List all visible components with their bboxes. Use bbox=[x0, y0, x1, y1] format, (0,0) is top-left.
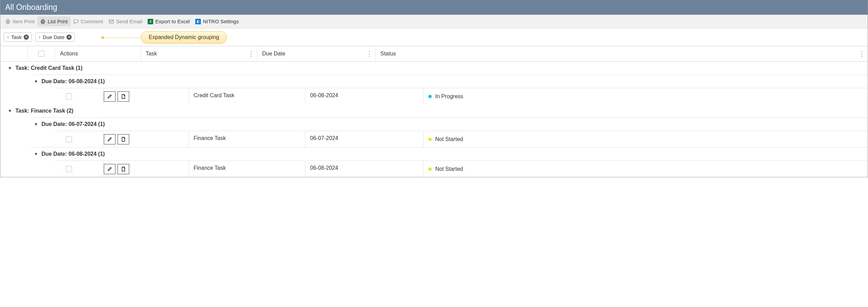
column-header-status[interactable]: Status ⋮ bbox=[376, 46, 868, 61]
comment-icon bbox=[73, 19, 79, 24]
chip-label: Task bbox=[11, 34, 22, 40]
column-header-actions[interactable]: Actions bbox=[55, 46, 141, 61]
task-cell: Finance Task bbox=[189, 131, 305, 147]
select-all-column bbox=[28, 46, 55, 61]
group-label: Task: Credit Card Task (1) bbox=[15, 65, 83, 71]
group-row-level2[interactable]: ▼Due Date: 06-08-2024 (1) bbox=[31, 148, 868, 161]
print-icon bbox=[40, 19, 46, 24]
column-label: Actions bbox=[60, 51, 78, 57]
task-cell: Credit Card Task bbox=[189, 88, 305, 104]
svg-rect-1 bbox=[7, 20, 9, 21]
page-title-bar: All Onboarding bbox=[0, 0, 868, 15]
chip-label: Due Date bbox=[43, 34, 64, 40]
status-text: Not Started bbox=[435, 136, 463, 142]
nitro-settings-label: NITRO Settings bbox=[203, 18, 239, 24]
edit-button[interactable] bbox=[104, 164, 115, 174]
spacer bbox=[83, 131, 103, 147]
send-email-button[interactable]: Send Email bbox=[106, 16, 145, 26]
column-header-due-date[interactable]: Due Date ⋮ bbox=[257, 46, 376, 61]
drag-column bbox=[0, 46, 28, 61]
document-icon bbox=[121, 166, 126, 172]
table-row: Finance Task06-08-2024Not Started bbox=[55, 161, 868, 177]
group-row-level1[interactable]: ▼Task: Credit Card Task (1) bbox=[0, 62, 868, 75]
due-date-cell: 06-08-2024 bbox=[305, 161, 424, 177]
row-select-cell bbox=[55, 88, 83, 104]
callout-text: Expanded Dynamic grouping bbox=[149, 34, 219, 40]
caret-down-icon: ▼ bbox=[34, 152, 38, 156]
chip-remove-icon[interactable]: ✕ bbox=[24, 35, 29, 40]
list-print-button[interactable]: List Print bbox=[37, 16, 70, 26]
view-button[interactable] bbox=[118, 134, 129, 144]
status-cell: Not Started bbox=[424, 131, 868, 147]
annotation-callout: Expanded Dynamic grouping bbox=[141, 31, 227, 43]
svg-rect-5 bbox=[42, 22, 44, 24]
caret-down-icon: ▼ bbox=[8, 108, 12, 113]
nitro-icon: ◧ bbox=[195, 19, 201, 24]
status-cell: In Progress bbox=[424, 88, 868, 104]
document-icon bbox=[121, 137, 126, 142]
column-menu-icon[interactable]: ⋮ bbox=[248, 50, 254, 57]
status-dot-icon bbox=[428, 167, 432, 171]
column-label: Due Date bbox=[262, 51, 285, 57]
row-checkbox[interactable] bbox=[66, 166, 72, 172]
column-menu-icon[interactable]: ⋮ bbox=[859, 50, 865, 57]
nitro-settings-button[interactable]: ◧ NITRO Settings bbox=[193, 16, 242, 26]
actions-cell bbox=[103, 161, 189, 177]
group-chip-due-date[interactable]: ↑ Due Date ✕ bbox=[35, 33, 75, 42]
status-cell: Not Started bbox=[424, 161, 868, 177]
grid-header-row: Actions Task ⋮ Due Date ⋮ Status ⋮ bbox=[0, 46, 868, 62]
status-dot-icon bbox=[428, 95, 432, 98]
status-dot-icon bbox=[428, 138, 432, 141]
sort-asc-icon: ↑ bbox=[38, 35, 41, 40]
comment-label: Comment bbox=[81, 18, 103, 24]
status-text: In Progress bbox=[435, 93, 463, 100]
page-title: All Onboarding bbox=[5, 3, 57, 12]
view-button[interactable] bbox=[118, 91, 129, 102]
subgroup-block: ▼Due Date: 06-08-2024 (1)Finance Task06-… bbox=[31, 147, 868, 177]
column-label: Task bbox=[146, 51, 157, 57]
group-row-level2[interactable]: ▼Due Date: 06-08-2024 (1) bbox=[31, 75, 868, 88]
pencil-icon bbox=[107, 137, 112, 142]
spacer bbox=[83, 161, 103, 177]
document-icon bbox=[121, 94, 126, 99]
item-print-label: Item Print bbox=[13, 18, 35, 24]
svg-rect-4 bbox=[42, 20, 44, 21]
group-label: Due Date: 06-08-2024 (1) bbox=[41, 78, 105, 85]
edit-button[interactable] bbox=[104, 91, 115, 102]
task-cell: Finance Task bbox=[189, 161, 305, 177]
row-checkbox[interactable] bbox=[66, 93, 72, 100]
group-row-level2[interactable]: ▼Due Date: 06-07-2024 (1) bbox=[31, 118, 868, 131]
export-excel-button[interactable]: x Export to Excel bbox=[145, 16, 193, 26]
select-all-checkbox[interactable] bbox=[38, 51, 45, 57]
edit-button[interactable] bbox=[104, 134, 115, 144]
app-root: All Onboarding Item Print List Print Com… bbox=[0, 0, 868, 177]
send-email-label: Send Email bbox=[116, 18, 143, 24]
sort-asc-icon: ↑ bbox=[7, 35, 9, 40]
mail-icon bbox=[109, 19, 114, 24]
due-date-cell: 06-08-2024 bbox=[305, 88, 424, 104]
export-excel-label: Export to Excel bbox=[155, 18, 190, 24]
view-button[interactable] bbox=[118, 164, 129, 174]
comment-button[interactable]: Comment bbox=[71, 16, 106, 26]
item-print-button[interactable]: Item Print bbox=[2, 16, 37, 26]
row-checkbox[interactable] bbox=[66, 136, 72, 142]
group-row-level1[interactable]: ▼Task: Finance Task (2) bbox=[0, 104, 868, 117]
svg-rect-6 bbox=[109, 20, 113, 23]
chip-remove-icon[interactable]: ✕ bbox=[66, 35, 72, 40]
column-menu-icon[interactable]: ⋮ bbox=[366, 50, 372, 57]
caret-down-icon: ▼ bbox=[8, 66, 12, 71]
group-chip-task[interactable]: ↑ Task ✕ bbox=[4, 33, 32, 42]
status-text: Not Started bbox=[435, 166, 463, 172]
pencil-icon bbox=[107, 166, 112, 172]
filter-bar: ↑ Task ✕ ↑ Due Date ✕ Expanded Dynamic g… bbox=[0, 28, 868, 46]
table-row: Finance Task06-07-2024Not Started bbox=[55, 131, 868, 147]
list-print-label: List Print bbox=[48, 18, 68, 24]
data-grid: Actions Task ⋮ Due Date ⋮ Status ⋮ ▼Task… bbox=[0, 46, 868, 177]
subgroup-block: ▼Due Date: 06-07-2024 (1)Finance Task06-… bbox=[31, 117, 868, 147]
column-label: Status bbox=[380, 51, 396, 57]
column-header-task[interactable]: Task ⋮ bbox=[141, 46, 257, 61]
caret-down-icon: ▼ bbox=[34, 122, 38, 127]
spacer bbox=[83, 88, 103, 104]
group-label: Task: Finance Task (2) bbox=[15, 108, 73, 114]
table-row: Credit Card Task06-08-2024In Progress bbox=[55, 88, 868, 104]
